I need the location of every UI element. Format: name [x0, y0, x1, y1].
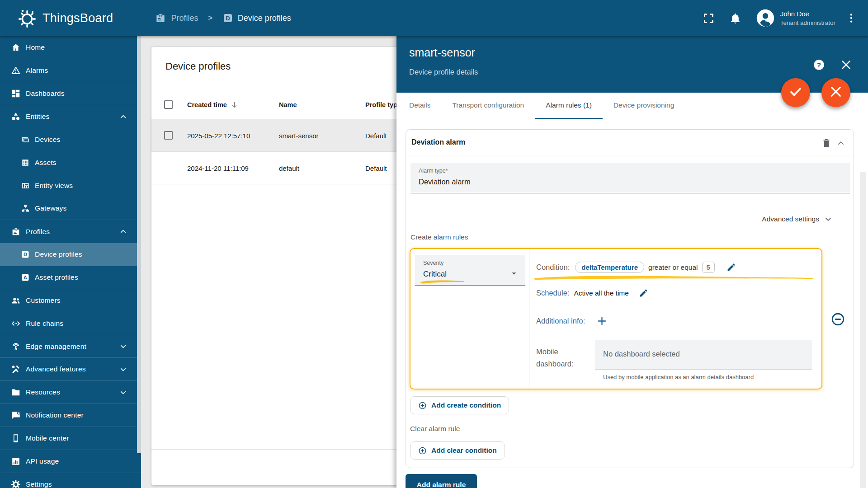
- chevron-down-icon: [824, 215, 833, 224]
- additional-info-label: Additional info:: [536, 317, 585, 325]
- sidebar-item-entities[interactable]: Entities: [0, 105, 141, 128]
- sidebar-item-api-usage[interactable]: API usage: [0, 450, 141, 473]
- condition-operator: greater or equal: [648, 263, 698, 272]
- sidebar-item-label: Dashboards: [26, 89, 65, 98]
- select-all-checkbox[interactable]: [164, 100, 173, 109]
- tab-device-provisioning[interactable]: Device provisioning: [603, 93, 685, 119]
- edit-condition-pencil-icon[interactable]: [726, 263, 736, 272]
- condition-row: Condition: deltaTemperature greater or e…: [536, 262, 736, 273]
- apply-changes-fab[interactable]: [781, 78, 810, 107]
- panel-scrollbar[interactable]: [860, 172, 866, 488]
- cell-profile-type: Default: [365, 164, 387, 172]
- row-checkbox[interactable]: [164, 131, 173, 140]
- mobile-dashboard-select[interactable]: No dashboard selected: [595, 340, 812, 370]
- sidebar-item-assets[interactable]: Assets: [0, 151, 141, 174]
- alarms-icon: [11, 66, 21, 75]
- a-square-icon: A: [21, 273, 30, 282]
- sidebar-item-label: Device profiles: [35, 250, 82, 258]
- sidebar-item-label: Gateways: [35, 204, 67, 212]
- sidebar-item-entity-views[interactable]: Entity views: [0, 174, 141, 197]
- chevron-down-icon: [119, 388, 127, 397]
- notifications-bell-icon[interactable]: [729, 12, 741, 24]
- condition-value: 5: [702, 262, 715, 273]
- sidebar-item-rule-chains[interactable]: Rule chains: [0, 312, 141, 335]
- sidebar-item-alarms[interactable]: Alarms: [0, 59, 141, 82]
- add-create-condition-button[interactable]: Add create condition: [410, 396, 509, 414]
- user-role: Tenant administrator: [780, 19, 835, 26]
- breadcrumb-device-profiles[interactable]: Device profiles: [238, 14, 291, 23]
- discard-changes-fab[interactable]: [821, 78, 850, 107]
- severity-label: Severity: [423, 260, 443, 266]
- add-clear-condition-button[interactable]: Add clear condition: [410, 441, 505, 460]
- sidebar-item-devices[interactable]: Devices: [0, 128, 141, 151]
- alarm-type-field[interactable]: Alarm type* Deviation alarm: [410, 163, 850, 193]
- sidebar-item-label: Mobile center: [26, 434, 69, 442]
- sidebar-item-edge-management[interactable]: Edge management: [0, 335, 141, 358]
- sidebar: HomeAlarmsDashboardsEntitiesDevicesAsset…: [0, 36, 141, 488]
- alarm-type-value: Deviation alarm: [419, 178, 471, 186]
- alarm-card-header: Deviation alarm: [406, 130, 854, 156]
- create-alarm-rules-label: Create alarm rules: [410, 233, 468, 241]
- sidebar-item-label: Entities: [26, 113, 49, 121]
- sidebar-item-asset-profiles[interactable]: AAsset profiles: [0, 266, 141, 289]
- add-additional-info-plus-icon[interactable]: [597, 316, 607, 326]
- assets-icon: [21, 158, 30, 167]
- user-info: John Doe Tenant administrator: [780, 10, 835, 26]
- svg-text:A: A: [24, 275, 27, 280]
- remove-rule-minus-icon[interactable]: [831, 312, 845, 326]
- tab-alarm-rules[interactable]: Alarm rules (1): [535, 93, 603, 119]
- column-created-time[interactable]: Created time: [187, 101, 238, 108]
- fullscreen-icon[interactable]: [703, 12, 715, 24]
- edit-schedule-pencil-icon[interactable]: [639, 288, 648, 298]
- collapse-chevron-icon[interactable]: [836, 139, 845, 148]
- sidebar-item-label: Profiles: [26, 228, 50, 236]
- settings-icon: [11, 479, 21, 488]
- sidebar-item-label: Asset profiles: [35, 273, 78, 282]
- advanced-icon: [11, 364, 21, 374]
- svg-text:D: D: [24, 252, 27, 257]
- condition-key-chip[interactable]: deltaTemperature: [575, 262, 644, 273]
- mobile-icon: [11, 433, 21, 443]
- sidebar-item-home[interactable]: Home: [0, 36, 141, 59]
- advanced-settings-toggle[interactable]: Advanced settings: [762, 215, 833, 224]
- add-alarm-rule-button[interactable]: Add alarm rule: [406, 474, 477, 488]
- panel-title: smart-sensor: [409, 46, 475, 59]
- sidebar-item-notification-center[interactable]: Notification center: [0, 404, 141, 427]
- severity-select[interactable]: Severity Critical: [415, 255, 525, 286]
- sidebar-item-mobile-center[interactable]: Mobile center: [0, 427, 141, 450]
- dropdown-arrow-icon: [509, 268, 519, 278]
- sidebar-item-label: Settings: [26, 480, 52, 488]
- sidebar-item-dashboards[interactable]: Dashboards: [0, 82, 141, 105]
- sidebar-item-resources[interactable]: Resources: [0, 381, 141, 404]
- plus-circle-icon: [418, 446, 427, 455]
- close-icon[interactable]: [840, 59, 852, 71]
- sidebar-item-device-profiles[interactable]: DDevice profiles: [0, 243, 141, 266]
- sidebar-item-label: Edge management: [26, 343, 86, 351]
- sidebar-item-advanced-features[interactable]: Advanced features: [0, 358, 141, 381]
- column-name[interactable]: Name: [279, 101, 297, 108]
- breadcrumb-profiles[interactable]: Profiles: [171, 14, 198, 23]
- tab-transport-configuration[interactable]: Transport configuration: [441, 93, 535, 119]
- clear-alarm-rule-label: Clear alarm rule: [410, 425, 460, 433]
- plus-circle-icon: [418, 401, 427, 410]
- help-icon[interactable]: ?: [813, 59, 825, 71]
- sidebar-item-settings[interactable]: Settings: [0, 473, 141, 488]
- header-menu-kebab-icon[interactable]: [845, 12, 857, 24]
- thingsboard-logo-icon: [16, 7, 38, 29]
- cell-name: smart-sensor: [279, 131, 319, 139]
- cell-created-time: 2025-05-22 12:57:10: [187, 131, 250, 139]
- resources-icon: [11, 387, 21, 397]
- tab-details[interactable]: Details: [398, 93, 441, 119]
- customers-icon: [11, 296, 21, 305]
- sidebar-item-label: Entity views: [35, 182, 73, 190]
- sort-desc-icon: [231, 101, 238, 108]
- mobile-dashboard-label: Mobile dashboard:: [536, 346, 574, 370]
- user-avatar[interactable]: [756, 9, 775, 28]
- sidebar-item-profiles[interactable]: Profiles: [0, 220, 141, 243]
- column-profile-type[interactable]: Profile type: [365, 101, 401, 108]
- sidebar-item-gateways[interactable]: Gateways: [0, 197, 141, 220]
- sidebar-item-customers[interactable]: Customers: [0, 289, 141, 312]
- profiles-badge-icon: [155, 12, 166, 24]
- sidebar-scrollbar[interactable]: [137, 36, 141, 453]
- delete-alarm-trash-icon[interactable]: [821, 137, 832, 148]
